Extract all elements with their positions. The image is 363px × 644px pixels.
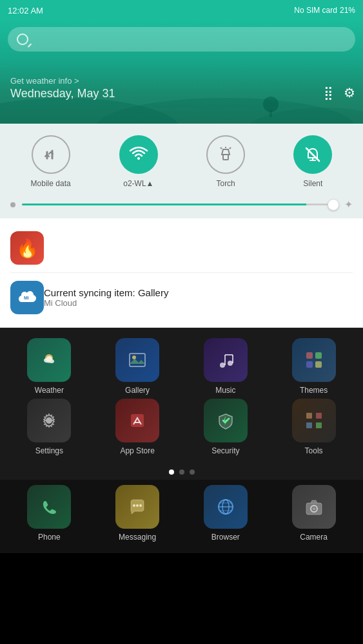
svg-point-21 [228, 361, 233, 366]
app-security[interactable]: Security [190, 399, 261, 455]
messaging-icon [126, 495, 149, 518]
torch-icon [217, 146, 235, 164]
gallery-icon-box [115, 338, 159, 382]
security-label: Security [211, 446, 239, 455]
page-dot-3[interactable] [190, 469, 195, 475]
app-row-2: Settings App Store Security [5, 399, 358, 455]
wifi-circle [119, 135, 158, 174]
sim-status: No SIM card [294, 6, 337, 15]
svg-point-38 [139, 504, 142, 507]
camera-label: Camera [300, 533, 328, 542]
svg-point-46 [313, 507, 315, 510]
slider-thumb[interactable] [328, 199, 339, 211]
micloud-icon: Mi [10, 281, 44, 314]
camera-icon-box [292, 485, 336, 529]
tools-label: Tools [305, 446, 323, 455]
battery-status: 21% [340, 6, 355, 15]
app-appstore[interactable]: App Store [102, 399, 173, 455]
notif-title: Current syncing item: Gallery [44, 287, 168, 298]
themes-label: Themes [300, 386, 328, 395]
search-bar[interactable] [8, 27, 355, 52]
settings-label: Settings [35, 446, 63, 455]
app-music[interactable]: Music [190, 338, 261, 395]
torch-circle [206, 135, 245, 174]
svg-rect-33 [316, 413, 322, 419]
svg-point-37 [136, 504, 139, 507]
toggle-mobile-data[interactable]: Mobile data [31, 135, 71, 188]
micloud-notif[interactable]: Mi Current syncing item: Gallery Mi Clou… [0, 276, 363, 319]
silent-icon [303, 145, 322, 164]
music-label: Music [215, 386, 235, 395]
notif-divider [10, 272, 353, 273]
toggle-torch[interactable]: Torch [206, 135, 245, 188]
svg-point-18 [132, 355, 136, 359]
messaging-label: Messaging [119, 533, 156, 542]
svg-point-29 [46, 417, 52, 424]
browser-icon-box [204, 485, 248, 529]
notif-subtitle: Mi Cloud [44, 298, 168, 308]
toggle-wifi[interactable]: o2-WL▲ [119, 135, 158, 188]
app-camera[interactable]: Camera [279, 485, 349, 542]
status-bar: 12:02 AM No SIM card 21% [0, 0, 363, 21]
svg-rect-35 [316, 422, 322, 428]
mobile-data-label: Mobile data [31, 179, 71, 188]
security-icon [214, 409, 237, 432]
torch-label: Torch [216, 179, 235, 188]
bottom-dock: Phone Messaging [0, 480, 363, 553]
svg-marker-8 [222, 149, 230, 155]
weather-icon [37, 348, 61, 372]
svg-rect-4 [270, 109, 272, 117]
app-tools[interactable]: Tools [279, 399, 349, 455]
phone-icon [37, 495, 61, 518]
weather-info[interactable]: Get weather info > Wednesday, May 31 [10, 76, 115, 100]
app-phone[interactable]: Phone [14, 485, 84, 542]
svg-rect-28 [315, 361, 322, 368]
weather-icon-box [27, 338, 71, 382]
phone-icon-box [27, 485, 71, 529]
mobile-data-circle [32, 135, 70, 174]
search-icon [17, 33, 28, 45]
svg-point-7 [137, 157, 140, 160]
browser-icon [214, 495, 237, 518]
app-gallery[interactable]: Gallery [102, 338, 173, 395]
svg-line-11 [221, 147, 222, 149]
themes-icon-box [292, 338, 336, 382]
brightness-slider[interactable] [22, 204, 338, 205]
page-dot-1[interactable] [169, 469, 174, 475]
gallery-label: Gallery [125, 386, 150, 395]
weather-label: Weather [35, 386, 64, 395]
flame-app-notif[interactable]: 🔥 [0, 226, 363, 270]
svg-rect-30 [131, 414, 144, 427]
app-weather[interactable]: Weather [14, 338, 84, 395]
app-browser[interactable]: Browser [190, 485, 261, 542]
appstore-icon [126, 409, 149, 432]
camera-icon [302, 495, 326, 518]
svg-point-20 [220, 363, 225, 368]
appstore-label: App Store [120, 446, 154, 455]
security-icon-box [204, 399, 248, 442]
app-messaging[interactable]: Messaging [102, 485, 173, 542]
micloud-notif-text: Current syncing item: Gallery Mi Cloud [44, 287, 168, 308]
svg-rect-32 [306, 413, 312, 419]
grid-icon[interactable]: ⣿ [324, 85, 333, 100]
svg-text:Mi: Mi [24, 296, 29, 300]
settings-app-icon [37, 409, 61, 432]
settings-icon[interactable]: ⚙ [344, 85, 355, 100]
weather-prompt: Get weather info > [10, 76, 115, 86]
svg-rect-26 [315, 352, 322, 359]
page-dot-2[interactable] [179, 469, 184, 475]
header-area: Get weather info > Wednesday, May 31 ⣿ ⚙ [0, 21, 363, 124]
browser-label: Browser [211, 533, 240, 542]
notification-panel: 🔥 Mi Current syncing item: Gallery Mi Cl… [0, 218, 363, 328]
status-time: 12:02 AM [8, 6, 43, 15]
date-label: Wednesday, May 31 [10, 87, 115, 100]
app-themes[interactable]: Themes [279, 338, 349, 395]
toggle-silent[interactable]: Silent [293, 135, 332, 188]
cloud-icon: Mi [18, 290, 36, 305]
appstore-icon-box [115, 399, 159, 442]
page-dots [0, 464, 363, 480]
mobile-data-icon [42, 146, 60, 164]
svg-rect-25 [306, 352, 313, 359]
messaging-icon-box [115, 485, 159, 529]
app-settings[interactable]: Settings [14, 399, 84, 455]
